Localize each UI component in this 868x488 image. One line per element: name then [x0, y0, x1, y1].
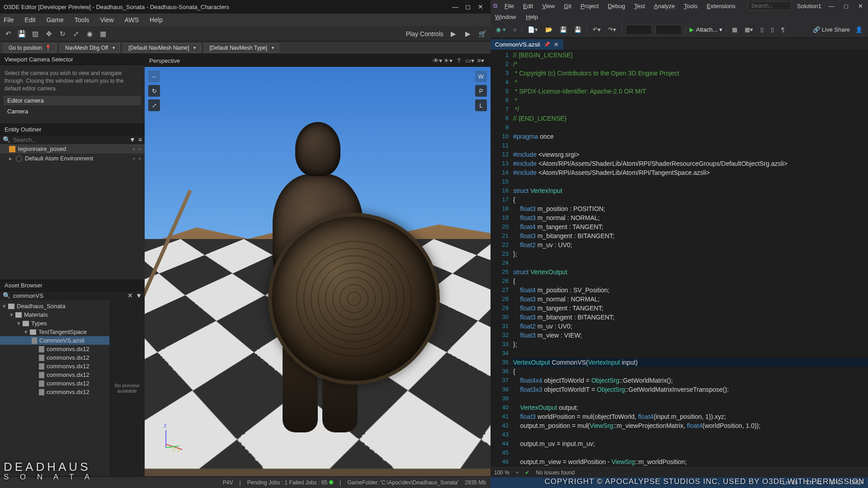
pin-icon[interactable]: 📌	[544, 42, 550, 47]
status-p4[interactable]: P4V	[223, 479, 233, 486]
filter-icon[interactable]: ▼	[129, 136, 136, 143]
close-tab-icon[interactable]: ✕	[554, 41, 559, 48]
goto-position-select[interactable]: Go to position 📍	[4, 43, 57, 52]
navmesh-dbg-select[interactable]: NavMesh Dbg Off	[60, 43, 120, 52]
attach-button[interactable]: ▶Attach... ▾	[689, 26, 722, 33]
vs-menu-extensions[interactable]: Extensions	[705, 2, 737, 10]
menu-tools[interactable]: Tools	[75, 16, 90, 23]
expand-icon[interactable]: ▸	[9, 155, 12, 162]
menu-edit[interactable]: Edit	[25, 16, 36, 23]
code-area[interactable]: // {BEGIN_LICENSE} /* * Copyright (c) Co…	[513, 50, 868, 467]
close-button[interactable]: ✕	[474, 3, 487, 10]
tool-icon[interactable]: ¶	[779, 25, 786, 34]
vp-w-button[interactable]: W	[475, 70, 487, 82]
nav-back-icon[interactable]: ◉ ▾	[494, 25, 508, 34]
vs-menu-help[interactable]: Help	[524, 13, 540, 21]
vp-p-button[interactable]: P	[475, 85, 487, 97]
cart-icon[interactable]: 🛒	[478, 29, 487, 38]
entity-item[interactable]: legionnaire_posed ● ●	[0, 144, 145, 154]
undo-icon[interactable]: ↶▾	[591, 25, 603, 34]
save-icon[interactable]: 💾	[558, 25, 569, 34]
light-icon[interactable]: ☀▾	[443, 57, 453, 64]
menu-aws[interactable]: AWS	[125, 16, 139, 23]
asset-node[interactable]: ▾TestTangentSpace	[0, 328, 109, 336]
tool-icon[interactable]: ▯	[769, 25, 776, 34]
entity-item[interactable]: ▸ Default Atom Environment ● ●	[0, 154, 145, 163]
live-share-button[interactable]: 🔗 Live Share	[813, 26, 850, 33]
asset-node[interactable]: ▾Materials	[0, 310, 109, 319]
asset-node[interactable]: ▾Types	[0, 319, 109, 328]
zoom-level[interactable]: 100 %	[494, 469, 509, 476]
tool-icon[interactable]: ▯	[759, 25, 765, 34]
camera-item-camera[interactable]: Camera	[4, 107, 141, 116]
vs-menu-file[interactable]: File	[503, 2, 516, 10]
asset-node[interactable]: CommonVS.azsli	[0, 336, 109, 345]
vs-menu-window[interactable]: Window	[493, 13, 518, 21]
scale-icon[interactable]: ⤢	[71, 29, 80, 38]
menu-icon[interactable]: ≡▾	[475, 57, 486, 64]
open-icon[interactable]: 📂	[543, 25, 554, 34]
menu-view[interactable]: View	[100, 16, 114, 23]
navmesh-name-select[interactable]: [Default NavMesh Name]	[123, 43, 201, 52]
asset-search-input[interactable]	[13, 292, 125, 299]
asset-node[interactable]: commonvs.dx12	[0, 345, 109, 353]
nav-fwd-icon[interactable]: ○	[511, 25, 519, 34]
vp-l-button[interactable]: L	[475, 99, 487, 111]
navmesh-type-select[interactable]: [Default NavMesh Type]	[204, 43, 279, 52]
entity-vis-dots[interactable]: ● ●	[132, 156, 142, 161]
tool-icon[interactable]: ▦	[730, 25, 739, 34]
maximize-button[interactable]: ◻	[462, 3, 474, 10]
outliner-search-input[interactable]	[13, 136, 127, 143]
aspect-icon[interactable]: ▭▾	[464, 57, 475, 64]
snap-icon[interactable]: ◉	[85, 29, 94, 38]
undo-icon[interactable]: ↶	[4, 29, 13, 38]
vs-menu-git[interactable]: Git	[562, 2, 573, 10]
asset-node[interactable]: commonvs.dx12	[0, 388, 109, 396]
minimize-button[interactable]: ―	[449, 3, 462, 10]
clear-icon[interactable]: ✕	[127, 292, 133, 299]
camera-mode-icon[interactable]: 👁▾	[432, 57, 443, 64]
vs-maximize-button[interactable]: ◻	[841, 3, 850, 9]
grid-icon[interactable]: ▦	[99, 29, 108, 38]
tool-icon[interactable]: ▦▾	[743, 25, 755, 34]
vs-close-button[interactable]: ✕	[856, 3, 865, 9]
vs-menu-tools[interactable]: Tools	[682, 2, 699, 10]
help-icon[interactable]: ?	[453, 57, 464, 64]
platform-select[interactable]	[656, 25, 682, 35]
rotate-icon[interactable]: ↻	[58, 29, 67, 38]
filter-icon[interactable]: ▼	[136, 292, 142, 299]
asset-node[interactable]: commonvs.dx12	[0, 353, 109, 362]
viewport-3d[interactable]: ↔ ↻ ⤢ W P L zY x	[145, 67, 491, 476]
asset-node[interactable]: ▾Deadhaus_Sonata	[0, 302, 109, 310]
play-sim-icon[interactable]: ▶	[463, 29, 472, 38]
vs-menu-edit[interactable]: Edit	[521, 2, 535, 10]
vs-minimize-button[interactable]: ―	[827, 3, 836, 9]
asset-node[interactable]: commonvs.dx12	[0, 371, 109, 379]
vs-menu-test[interactable]: Test	[632, 2, 647, 10]
save-all-icon[interactable]: 💾	[572, 25, 583, 34]
entity-vis-dots[interactable]: ● ●	[132, 146, 142, 151]
vp-orbit-icon[interactable]: ↻	[148, 85, 160, 97]
vs-menu-project[interactable]: Project	[579, 2, 600, 10]
menu-help[interactable]: Help	[150, 16, 163, 23]
vp-zoom-icon[interactable]: ⤢	[148, 99, 160, 111]
vs-menu-debug[interactable]: Debug	[606, 2, 627, 10]
config-select[interactable]	[626, 25, 652, 35]
vs-solution-label[interactable]: Solution1	[797, 3, 821, 9]
play-icon[interactable]: ▶	[449, 29, 458, 38]
menu-game[interactable]: Game	[47, 16, 64, 23]
vs-file-tab[interactable]: CommonVS.azsli 📌 ✕	[491, 39, 563, 50]
camera-item-editor[interactable]: Editor camera	[4, 96, 141, 105]
vs-editor[interactable]: 1234567891011121314151617181920212223242…	[491, 50, 868, 467]
account-icon[interactable]: 👤	[854, 25, 864, 34]
asset-node[interactable]: commonvs.dx12	[0, 379, 109, 388]
save-icon[interactable]: 💾	[17, 29, 26, 38]
vs-menu-view[interactable]: View	[540, 2, 557, 10]
menu-file[interactable]: File	[4, 16, 14, 23]
vp-move-icon[interactable]: ↔	[148, 70, 160, 82]
asset-node[interactable]: commonvs.dx12	[0, 362, 109, 371]
vs-menu-analyze[interactable]: Analyze	[652, 2, 677, 10]
vs-search-input[interactable]	[748, 1, 792, 10]
new-icon[interactable]: 📄▾	[526, 25, 540, 34]
move-icon[interactable]: ✥	[44, 29, 53, 38]
